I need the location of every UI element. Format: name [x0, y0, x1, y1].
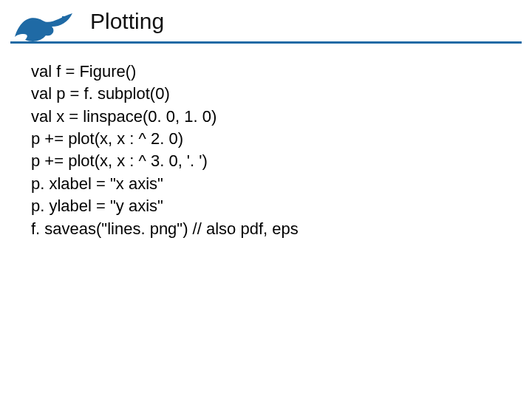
code-line: val f = Figure(): [31, 61, 510, 83]
code-line: p. xlabel = "x axis": [31, 173, 510, 195]
code-line: p += plot(x, x : ^ 3. 0, '. '): [31, 150, 510, 172]
code-line: p += plot(x, x : ^ 2. 0): [31, 128, 510, 150]
code-block: val f = Figure() val p = f. subplot(0) v…: [31, 61, 510, 240]
code-line: val p = f. subplot(0): [31, 83, 510, 105]
title-underline: [10, 41, 522, 44]
code-line: val x = linspace(0. 0, 1. 0): [31, 106, 510, 128]
logo-icon: [10, 4, 78, 44]
code-line: f. saveas("lines. png") // also pdf, eps: [31, 218, 510, 240]
slide: Plotting val f = Figure() val p = f. sub…: [0, 0, 532, 399]
code-line: p. ylabel = "y axis": [31, 195, 510, 217]
slide-title: Plotting: [90, 9, 164, 34]
slide-header: Plotting: [0, 0, 532, 52]
